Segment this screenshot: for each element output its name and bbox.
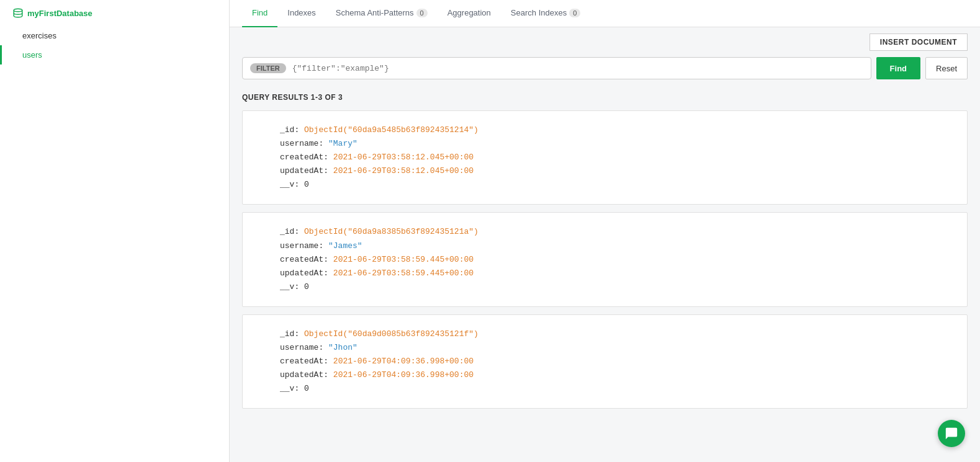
doc1-v-line: __v: 0 xyxy=(280,178,948,192)
filter-input-wrapper: FILTER xyxy=(242,57,871,79)
doc1-updatedat-line: updatedAt: 2021-06-29T03:58:12.045+00:00 xyxy=(280,164,948,178)
document-card-1: _id: ObjectId("60da9a5485b63f8924351214"… xyxy=(242,110,968,205)
doc3-v-line: __v: 0 xyxy=(280,382,948,396)
database-name[interactable]: myFirstDatabase xyxy=(0,0,229,26)
filter-badge: FILTER xyxy=(250,63,286,73)
schema-anti-patterns-badge: 0 xyxy=(416,9,428,17)
doc1-createdat-line: createdAt: 2021-06-29T03:58:12.045+00:00 xyxy=(280,151,948,164)
doc3-username-line: username: "Jhon" xyxy=(280,341,948,355)
reset-button[interactable]: Reset xyxy=(925,57,968,79)
document-card-2: _id: ObjectId("60da9a8385b63f892435121a"… xyxy=(242,212,968,306)
doc2-createdat-line: createdAt: 2021-06-29T03:58:59.445+00:00 xyxy=(280,253,948,267)
tab-schema-anti-patterns[interactable]: Schema Anti-Patterns 0 xyxy=(326,0,438,27)
main-content: Find Indexes Schema Anti-Patterns 0 Aggr… xyxy=(230,0,980,462)
document-card-3: _id: ObjectId("60da9d0085b63f892435121f"… xyxy=(242,314,968,409)
doc2-v-line: __v: 0 xyxy=(280,280,948,294)
query-results-header: QUERY RESULTS 1-3 OF 3 xyxy=(242,87,968,110)
tab-search-indexes[interactable]: Search Indexes 0 xyxy=(501,0,590,27)
query-results-area: QUERY RESULTS 1-3 OF 3 _id: ObjectId("60… xyxy=(230,87,980,462)
tab-indexes[interactable]: Indexes xyxy=(277,0,326,27)
svg-point-0 xyxy=(14,9,22,12)
sidebar: myFirstDatabase exercises users xyxy=(0,0,230,462)
doc3-createdat-line: createdAt: 2021-06-29T04:09:36.998+00:00 xyxy=(280,355,948,368)
chat-bubble-button[interactable] xyxy=(938,420,965,447)
doc3-id-line: _id: ObjectId("60da9d0085b63f892435121f"… xyxy=(280,327,948,341)
find-button[interactable]: Find xyxy=(876,57,920,79)
doc1-id-line: _id: ObjectId("60da9a5485b63f8924351214"… xyxy=(280,123,948,137)
sidebar-item-users[interactable]: users xyxy=(0,45,229,64)
filter-input[interactable] xyxy=(292,64,863,73)
chat-icon xyxy=(945,427,958,440)
doc2-updatedat-line: updatedAt: 2021-06-29T03:58:59.445+00:00 xyxy=(280,267,948,280)
toolbar: INSERT DOCUMENT xyxy=(230,27,980,57)
tab-aggregation[interactable]: Aggregation xyxy=(438,0,501,27)
doc3-updatedat-line: updatedAt: 2021-06-29T04:09:36.998+00:00 xyxy=(280,368,948,382)
tab-find[interactable]: Find xyxy=(242,0,277,27)
insert-document-button[interactable]: INSERT DOCUMENT xyxy=(870,33,968,51)
sidebar-item-exercises[interactable]: exercises xyxy=(0,26,229,45)
tab-bar: Find Indexes Schema Anti-Patterns 0 Aggr… xyxy=(230,0,980,27)
database-icon xyxy=(12,7,24,19)
doc2-username-line: username: "James" xyxy=(280,239,948,253)
doc2-id-line: _id: ObjectId("60da9a8385b63f892435121a"… xyxy=(280,225,948,239)
filter-bar: FILTER Find Reset xyxy=(230,57,980,87)
search-indexes-badge: 0 xyxy=(569,9,580,17)
doc1-username-line: username: "Mary" xyxy=(280,137,948,151)
